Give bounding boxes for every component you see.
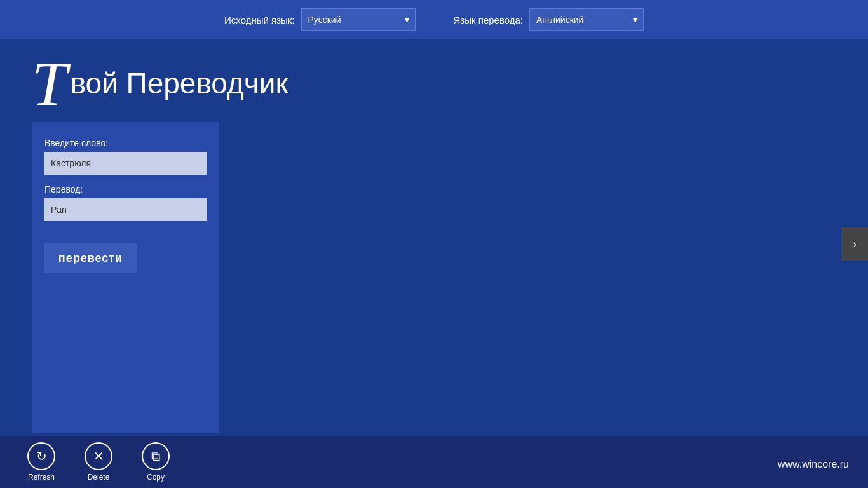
- output-label: Перевод:: [44, 184, 207, 194]
- target-lang-group: Язык перевода: Английский Русский Немецк…: [454, 8, 644, 31]
- source-lang-select[interactable]: Русский Английский Немецкий Французский: [301, 8, 416, 31]
- right-arrow-icon: ›: [853, 238, 857, 251]
- source-lang-label: Исходный язык:: [224, 15, 295, 25]
- input-field-section: Введите слово:: [44, 138, 207, 175]
- source-lang-group: Исходный язык: Русский Английский Немецк…: [224, 8, 416, 31]
- website-link[interactable]: www.wincore.ru: [778, 459, 849, 470]
- target-lang-label: Язык перевода:: [454, 15, 523, 25]
- translator-card: Введите слово: Перевод: перевести: [32, 122, 219, 433]
- refresh-icon: ↻: [27, 442, 55, 470]
- right-arrow-button[interactable]: ›: [841, 227, 868, 261]
- top-bar: Исходный язык: Русский Английский Немецк…: [0, 0, 868, 39]
- refresh-button[interactable]: ↻ Refresh: [13, 442, 70, 482]
- copy-icon: ⧉: [142, 442, 170, 470]
- title-rest: вой Переводчик: [71, 66, 288, 101]
- title-letter-t: Т: [32, 52, 67, 116]
- title-area: Т вой Переводчик: [0, 39, 868, 122]
- output-field-section: Перевод:: [44, 184, 207, 221]
- translation-output[interactable]: [44, 198, 207, 221]
- target-lang-select[interactable]: Английский Русский Немецкий Французский: [529, 8, 644, 31]
- target-lang-select-wrapper[interactable]: Английский Русский Немецкий Французский: [529, 8, 644, 31]
- bottom-bar: ↻ Refresh ✕ Delete ⧉ Copy www.wincore.ru: [0, 436, 868, 488]
- delete-button[interactable]: ✕ Delete: [70, 442, 127, 482]
- main-content: Введите слово: Перевод: перевести: [0, 122, 868, 433]
- translate-button[interactable]: перевести: [44, 243, 137, 273]
- delete-label: Delete: [88, 473, 110, 482]
- refresh-label: Refresh: [28, 473, 55, 482]
- delete-icon: ✕: [85, 442, 112, 470]
- copy-button[interactable]: ⧉ Copy: [127, 442, 184, 482]
- input-label: Введите слово:: [44, 138, 207, 148]
- word-input[interactable]: [44, 152, 207, 175]
- source-lang-select-wrapper[interactable]: Русский Английский Немецкий Французский: [301, 8, 416, 31]
- copy-label: Copy: [147, 473, 165, 482]
